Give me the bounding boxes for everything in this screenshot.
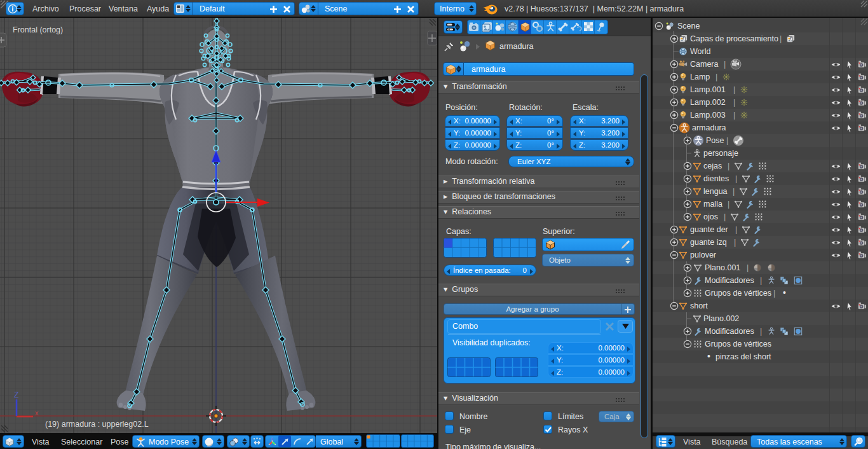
svg-text:x: x [35,409,39,417]
svg-text:Frontal (ortog): Frontal (ortog) [13,25,63,34]
svg-text:Z: Z [14,390,18,399]
svg-text:(19) armadura : upperleg02.L: (19) armadura : upperleg02.L [45,420,149,429]
